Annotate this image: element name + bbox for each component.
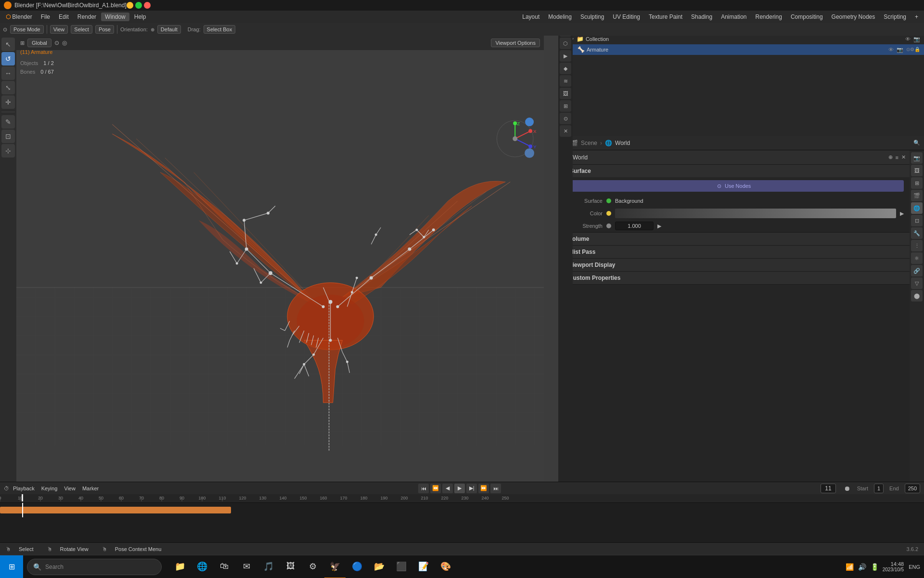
- menu-pose[interactable]: Pose: [95, 25, 114, 34]
- view-layer-props-tab[interactable]: ⊞: [911, 177, 923, 189]
- tray-clock[interactable]: 14:48 2023/10/5: [883, 561, 904, 572]
- modifier-props-tab[interactable]: 🔧: [911, 227, 923, 239]
- move-tool-button[interactable]: ↔: [1, 66, 15, 80]
- rotate-tool-button[interactable]: ↺: [1, 52, 15, 66]
- orientation-selector[interactable]: Default: [157, 25, 181, 34]
- workspace-animation[interactable]: Animation: [717, 13, 750, 21]
- play-btn[interactable]: ▶: [454, 484, 465, 493]
- world-unlink-icon[interactable]: ✕: [901, 154, 906, 160]
- next-frame-btn[interactable]: ▶|: [466, 484, 477, 493]
- scene-props-tab[interactable]: 🎬: [911, 190, 923, 201]
- loop-icon[interactable]: ⏺: [844, 485, 850, 492]
- coll-visibility-icon[interactable]: 👁: [905, 36, 911, 42]
- viewport-display-section-header[interactable]: ▶ Viewport Display: [558, 259, 910, 271]
- workspace-layout[interactable]: Layout: [518, 13, 543, 21]
- timeline-ruler[interactable]: 0 10 20 30 40 50 60 70 80 90 100 110 120…: [0, 494, 924, 503]
- side-uv-icon[interactable]: ⊞: [560, 100, 571, 112]
- side-dope-icon[interactable]: ◆: [560, 63, 571, 74]
- world-browse-icon[interactable]: ≡: [896, 155, 898, 160]
- workspace-add[interactable]: +: [911, 13, 922, 21]
- constraints-props-tab[interactable]: 🔗: [911, 265, 923, 276]
- render-props-tab[interactable]: 📷: [911, 152, 923, 164]
- taskbar-paint[interactable]: 🎨: [435, 555, 456, 578]
- menu-blender[interactable]: ⬡ Blender: [2, 13, 36, 21]
- taskbar-blender[interactable]: 🦅: [324, 555, 346, 578]
- taskbar-file-explorer[interactable]: 📁: [169, 555, 191, 578]
- world-props-tab active[interactable]: 🌐: [911, 202, 923, 214]
- minimize-button[interactable]: [127, 2, 133, 9]
- taskbar-store[interactable]: 🛍: [214, 555, 235, 578]
- select-tool-button[interactable]: ↖: [1, 38, 15, 51]
- arm-render-icon[interactable]: 📷: [897, 47, 903, 53]
- taskbar-music[interactable]: 🎵: [258, 555, 279, 578]
- playback-label[interactable]: Playback: [13, 486, 35, 491]
- tray-volume-icon[interactable]: 🔊: [858, 562, 867, 572]
- scale-tool-button[interactable]: ⤡: [1, 81, 15, 94]
- side-image-icon[interactable]: 🖼: [560, 88, 571, 99]
- tray-network-icon[interactable]: 📶: [845, 562, 855, 572]
- world-new-icon[interactable]: ⊕: [888, 154, 893, 160]
- timeline-track[interactable]: [0, 503, 924, 517]
- workspace-shading[interactable]: Shading: [687, 13, 716, 21]
- taskbar-notepad[interactable]: 📝: [413, 555, 434, 578]
- start-button[interactable]: ⊞: [0, 555, 23, 578]
- menu-window[interactable]: Window: [101, 13, 129, 21]
- taskbar-browser[interactable]: 🌐: [192, 555, 213, 578]
- marker-label[interactable]: Marker: [82, 486, 99, 491]
- global-orientation[interactable]: Global: [27, 39, 51, 47]
- menu-view[interactable]: View: [50, 25, 68, 34]
- taskbar-mail[interactable]: ✉: [236, 555, 257, 578]
- material-props-tab[interactable]: ⬤: [911, 290, 923, 302]
- side-shader-icon[interactable]: ⊙: [560, 113, 571, 124]
- start-frame-input[interactable]: 1: [874, 484, 884, 493]
- tray-battery-icon[interactable]: 🔋: [870, 562, 880, 572]
- object-props-tab[interactable]: ⊡: [911, 215, 923, 226]
- workspace-geometry[interactable]: Geometry Nodes: [828, 13, 879, 21]
- custom-props-section-header[interactable]: ▶ Custom Properties: [558, 272, 910, 284]
- next-keyframe-btn[interactable]: ⏩: [478, 484, 489, 493]
- workspace-sculpting[interactable]: Sculpting: [577, 13, 608, 21]
- arm-visibility-icon[interactable]: 👁: [888, 47, 894, 53]
- viewport-options-btn[interactable]: Viewport Options: [491, 39, 540, 47]
- particles-props-tab[interactable]: ⋮: [911, 240, 923, 251]
- viewport-3d[interactable]: ⊞ Global ⊙ ◎ Viewport Options User Persp…: [16, 36, 544, 482]
- mist-section-header[interactable]: ▶ Mist Pass: [558, 246, 910, 258]
- menu-help[interactable]: Help: [130, 13, 150, 21]
- surface-section-header[interactable]: ▼ Surface: [558, 165, 910, 177]
- taskbar-search-bar[interactable]: 🔍 Search: [27, 559, 162, 575]
- output-props-tab[interactable]: 🖼: [911, 165, 923, 176]
- mode-selector[interactable]: Pose Mode: [10, 25, 44, 34]
- use-nodes-button[interactable]: ⊙ Use Nodes: [564, 180, 904, 192]
- side-nla-icon[interactable]: ≋: [560, 75, 571, 87]
- workspace-uv[interactable]: UV Editing: [609, 13, 644, 21]
- current-frame-display[interactable]: 11: [821, 484, 835, 493]
- side-nodes-icon[interactable]: ⬡: [560, 38, 571, 49]
- measure-tool-button[interactable]: ⊡: [1, 130, 15, 143]
- drag-selector[interactable]: Select Box: [204, 25, 236, 34]
- keying-label[interactable]: Keying: [41, 486, 58, 491]
- timeline-view-label[interactable]: View: [64, 486, 76, 491]
- workspace-rendering[interactable]: Rendering: [752, 13, 786, 21]
- outliner-armature[interactable]: 🦴 Armature 👁 📷 ⊙⚙🔒: [558, 44, 924, 55]
- volume-section-header[interactable]: ▶ Volume: [558, 233, 910, 245]
- jump-end-btn[interactable]: ⏭: [490, 484, 501, 493]
- close-button[interactable]: [144, 2, 151, 9]
- prev-keyframe-btn[interactable]: ⏪: [430, 484, 441, 493]
- taskbar-settings[interactable]: ⚙: [302, 555, 323, 578]
- menu-edit[interactable]: Edit: [55, 13, 73, 21]
- workspace-modeling[interactable]: Modeling: [544, 13, 576, 21]
- extra-tool-button[interactable]: ⊹: [1, 144, 15, 158]
- strength-value[interactable]: 1.000: [615, 222, 654, 230]
- color-picker[interactable]: [615, 209, 896, 218]
- side-world-icon[interactable]: ✕: [560, 125, 571, 137]
- strength-expand-icon[interactable]: ▶: [657, 223, 661, 229]
- taskbar-chrome[interactable]: 🔵: [346, 555, 368, 578]
- object-data-props-tab[interactable]: ▽: [911, 277, 923, 289]
- menu-render[interactable]: Render: [74, 13, 100, 21]
- taskbar-photos[interactable]: 🖼: [280, 555, 301, 578]
- taskbar-terminal[interactable]: ⬛: [391, 555, 412, 578]
- coll-render-icon[interactable]: 📷: [913, 36, 920, 42]
- workspace-compositing[interactable]: Compositing: [787, 13, 827, 21]
- transform-tool-button[interactable]: ✛: [1, 95, 15, 109]
- menu-file[interactable]: File: [37, 13, 54, 21]
